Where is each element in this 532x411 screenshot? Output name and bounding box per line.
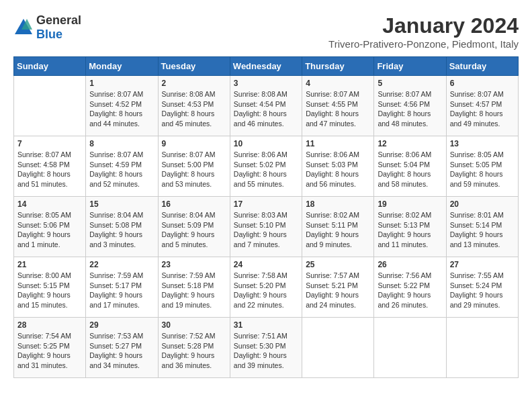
calendar-cell: 14Sunrise: 8:05 AMSunset: 5:06 PMDayligh… [14, 197, 86, 257]
calendar-cell: 25Sunrise: 7:57 AMSunset: 5:21 PMDayligh… [302, 257, 374, 318]
calendar-cell: 29Sunrise: 7:53 AMSunset: 5:27 PMDayligh… [86, 318, 158, 378]
day-number: 22 [89, 260, 154, 269]
day-number: 23 [162, 260, 226, 269]
calendar-cell: 26Sunrise: 7:56 AMSunset: 5:22 PMDayligh… [374, 257, 446, 318]
weekday-header-saturday: Saturday [446, 57, 518, 76]
day-number: 29 [89, 320, 154, 330]
calendar-cell [446, 318, 518, 378]
day-number: 26 [378, 260, 442, 269]
day-number: 18 [306, 199, 370, 209]
day-info: Sunrise: 7:51 AMSunset: 5:30 PMDaylight:… [234, 331, 298, 371]
day-number: 5 [378, 79, 442, 88]
calendar-cell: 11Sunrise: 8:06 AMSunset: 5:03 PMDayligh… [302, 136, 374, 197]
day-number: 27 [450, 260, 515, 269]
calendar-cell: 21Sunrise: 8:00 AMSunset: 5:15 PMDayligh… [14, 257, 86, 318]
calendar-cell: 18Sunrise: 8:02 AMSunset: 5:11 PMDayligh… [302, 197, 374, 257]
day-number: 15 [89, 199, 154, 209]
day-number: 16 [162, 199, 226, 209]
day-number: 6 [450, 79, 515, 88]
calendar-cell [302, 318, 374, 378]
day-number: 31 [234, 320, 298, 330]
day-number: 8 [89, 139, 154, 148]
day-info: Sunrise: 8:07 AMSunset: 4:55 PMDaylight:… [306, 89, 370, 129]
day-number: 12 [378, 139, 442, 148]
header: General Blue January 2024 Trivero-Prativ… [13, 13, 519, 50]
day-info: Sunrise: 7:58 AMSunset: 5:20 PMDaylight:… [234, 271, 298, 310]
day-info: Sunrise: 7:59 AMSunset: 5:18 PMDaylight:… [162, 271, 226, 310]
day-info: Sunrise: 8:07 AMSunset: 4:56 PMDaylight:… [378, 89, 442, 129]
calendar-cell: 17Sunrise: 8:03 AMSunset: 5:10 PMDayligh… [230, 197, 302, 257]
calendar-cell: 30Sunrise: 7:52 AMSunset: 5:28 PMDayligh… [158, 318, 230, 378]
day-number: 10 [234, 139, 298, 148]
subtitle: Trivero-Prativero-Ponzone, Piedmont, Ita… [328, 38, 519, 50]
logo-text-blue: Blue [36, 28, 62, 41]
title-area: January 2024 Trivero-Prativero-Ponzone, … [328, 13, 519, 50]
day-info: Sunrise: 8:05 AMSunset: 5:06 PMDaylight:… [17, 210, 82, 250]
day-number: 4 [306, 79, 370, 88]
calendar-cell: 20Sunrise: 8:01 AMSunset: 5:14 PMDayligh… [446, 197, 518, 257]
day-info: Sunrise: 8:04 AMSunset: 5:09 PMDaylight:… [162, 210, 226, 250]
day-number: 14 [17, 199, 82, 209]
calendar-cell: 23Sunrise: 7:59 AMSunset: 5:18 PMDayligh… [158, 257, 230, 318]
day-number: 2 [162, 79, 226, 88]
calendar-cell: 5Sunrise: 8:07 AMSunset: 4:56 PMDaylight… [374, 76, 446, 136]
day-info: Sunrise: 8:02 AMSunset: 5:13 PMDaylight:… [378, 210, 442, 250]
calendar-cell: 9Sunrise: 8:07 AMSunset: 5:00 PMDaylight… [158, 136, 230, 197]
calendar-cell: 19Sunrise: 8:02 AMSunset: 5:13 PMDayligh… [374, 197, 446, 257]
day-info: Sunrise: 8:00 AMSunset: 5:15 PMDaylight:… [17, 271, 82, 310]
day-info: Sunrise: 8:01 AMSunset: 5:14 PMDaylight:… [450, 210, 515, 250]
day-number: 3 [234, 79, 298, 88]
day-info: Sunrise: 8:02 AMSunset: 5:11 PMDaylight:… [306, 210, 370, 250]
day-number: 9 [162, 139, 226, 148]
day-info: Sunrise: 7:55 AMSunset: 5:24 PMDaylight:… [450, 271, 515, 310]
weekday-header-sunday: Sunday [14, 57, 86, 76]
day-number: 17 [234, 199, 298, 209]
day-info: Sunrise: 8:06 AMSunset: 5:03 PMDaylight:… [306, 150, 370, 189]
weekday-header-wednesday: Wednesday [230, 57, 302, 76]
day-info: Sunrise: 7:57 AMSunset: 5:21 PMDaylight:… [306, 271, 370, 310]
day-info: Sunrise: 7:54 AMSunset: 5:25 PMDaylight:… [17, 331, 82, 371]
calendar-cell: 10Sunrise: 8:06 AMSunset: 5:02 PMDayligh… [230, 136, 302, 197]
calendar-cell: 28Sunrise: 7:54 AMSunset: 5:25 PMDayligh… [14, 318, 86, 378]
calendar-cell: 1Sunrise: 8:07 AMSunset: 4:52 PMDaylight… [86, 76, 158, 136]
day-info: Sunrise: 8:06 AMSunset: 5:04 PMDaylight:… [378, 150, 442, 189]
day-number: 24 [234, 260, 298, 269]
day-number: 21 [17, 260, 82, 269]
day-number: 1 [89, 79, 154, 88]
day-info: Sunrise: 8:07 AMSunset: 4:52 PMDaylight:… [89, 89, 154, 129]
day-info: Sunrise: 8:07 AMSunset: 4:57 PMDaylight:… [450, 89, 515, 129]
day-info: Sunrise: 7:53 AMSunset: 5:27 PMDaylight:… [89, 331, 154, 371]
calendar-header: SundayMondayTuesdayWednesdayThursdayFrid… [14, 57, 519, 76]
day-info: Sunrise: 8:07 AMSunset: 5:00 PMDaylight:… [162, 150, 226, 189]
calendar-cell: 15Sunrise: 8:04 AMSunset: 5:08 PMDayligh… [86, 197, 158, 257]
day-number: 25 [306, 260, 370, 269]
weekday-header-tuesday: Tuesday [158, 57, 230, 76]
day-info: Sunrise: 7:56 AMSunset: 5:22 PMDaylight:… [378, 271, 442, 310]
calendar-cell: 6Sunrise: 8:07 AMSunset: 4:57 PMDaylight… [446, 76, 518, 136]
calendar-cell [14, 76, 86, 136]
day-info: Sunrise: 8:07 AMSunset: 4:58 PMDaylight:… [17, 150, 82, 189]
calendar-cell: 27Sunrise: 7:55 AMSunset: 5:24 PMDayligh… [446, 257, 518, 318]
calendar-cell: 2Sunrise: 8:08 AMSunset: 4:53 PMDaylight… [158, 76, 230, 136]
calendar-cell: 31Sunrise: 7:51 AMSunset: 5:30 PMDayligh… [230, 318, 302, 378]
calendar-cell: 3Sunrise: 8:08 AMSunset: 4:54 PMDaylight… [230, 76, 302, 136]
day-info: Sunrise: 8:07 AMSunset: 4:59 PMDaylight:… [89, 150, 154, 189]
logo: General Blue [13, 13, 81, 42]
day-number: 30 [162, 320, 226, 330]
day-number: 20 [450, 199, 515, 209]
calendar-cell: 12Sunrise: 8:06 AMSunset: 5:04 PMDayligh… [374, 136, 446, 197]
weekday-header-friday: Friday [374, 57, 446, 76]
day-info: Sunrise: 8:08 AMSunset: 4:54 PMDaylight:… [234, 89, 298, 129]
day-number: 11 [306, 139, 370, 148]
calendar-cell: 8Sunrise: 8:07 AMSunset: 4:59 PMDaylight… [86, 136, 158, 197]
calendar-cell: 4Sunrise: 8:07 AMSunset: 4:55 PMDaylight… [302, 76, 374, 136]
day-info: Sunrise: 8:08 AMSunset: 4:53 PMDaylight:… [162, 89, 226, 129]
day-number: 19 [378, 199, 442, 209]
day-number: 28 [17, 320, 82, 330]
logo-icon [13, 17, 34, 38]
day-info: Sunrise: 8:04 AMSunset: 5:08 PMDaylight:… [89, 210, 154, 250]
day-info: Sunrise: 8:05 AMSunset: 5:05 PMDaylight:… [450, 150, 515, 189]
calendar-table: SundayMondayTuesdayWednesdayThursdayFrid… [13, 56, 519, 378]
calendar-cell: 24Sunrise: 7:58 AMSunset: 5:20 PMDayligh… [230, 257, 302, 318]
day-info: Sunrise: 8:06 AMSunset: 5:02 PMDaylight:… [234, 150, 298, 189]
